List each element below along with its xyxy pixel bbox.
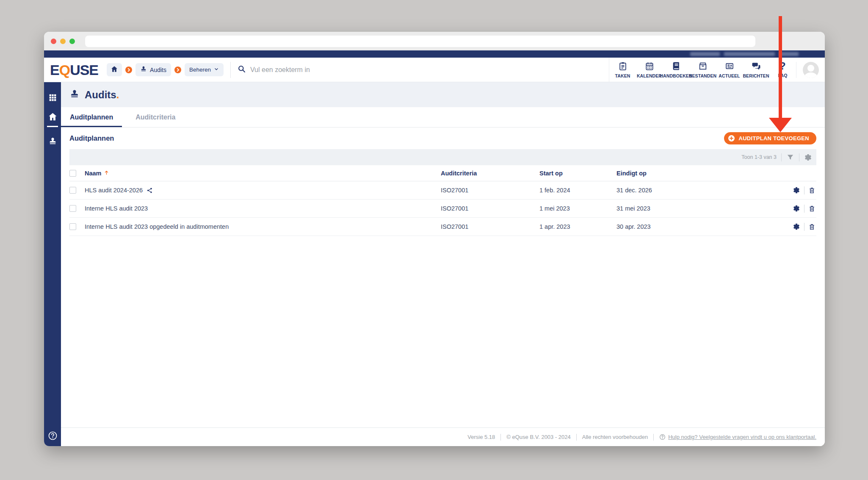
breadcrumb-audits-label: Audits bbox=[150, 67, 166, 73]
auditplannen-table: Naam Auditcriteria Start op Eindigt op bbox=[69, 165, 816, 236]
table-row[interactable]: Interne HLS audit 2023 opgedeeld in audi… bbox=[69, 218, 816, 236]
top-user-strip bbox=[44, 50, 825, 58]
equse-logo[interactable]: EQUSE bbox=[50, 63, 98, 77]
auditplan-name[interactable]: HLS audit 2024-2026 bbox=[85, 187, 143, 194]
left-sidebar bbox=[44, 82, 61, 446]
sidebar-active-indicator bbox=[47, 126, 58, 127]
divider bbox=[781, 153, 782, 161]
app-footer: Versie 5.18 © eQuse B.V. 2003 - 2024 All… bbox=[61, 427, 825, 446]
home-icon[interactable] bbox=[44, 112, 61, 122]
search-input[interactable] bbox=[250, 66, 432, 74]
stamp-icon bbox=[140, 66, 147, 74]
page-title: Audits. bbox=[85, 89, 119, 101]
nav-item-faq[interactable]: ? FAQ bbox=[769, 58, 796, 82]
column-header-eindigt-op[interactable]: Eindigt op bbox=[616, 170, 776, 177]
nav-item-berichten[interactable]: BERICHTEN bbox=[743, 58, 769, 82]
nav-label: BERICHTEN bbox=[743, 73, 769, 78]
global-search bbox=[238, 65, 458, 75]
gear-icon[interactable] bbox=[804, 153, 812, 161]
plus-circle-icon bbox=[728, 135, 735, 142]
nav-label: KALENDER bbox=[637, 73, 662, 78]
home-icon bbox=[111, 65, 118, 74]
breadcrumb-audits[interactable]: Audits bbox=[135, 63, 171, 76]
trash-icon[interactable] bbox=[808, 187, 815, 194]
minimize-window-button[interactable] bbox=[60, 39, 66, 44]
breadcrumb: Audits Beheren bbox=[107, 63, 224, 76]
nav-item-bestanden[interactable]: BESTANDEN bbox=[689, 58, 716, 82]
annotation-arrow bbox=[779, 16, 782, 119]
end-date: 31 dec. 2026 bbox=[616, 187, 776, 194]
table-row[interactable]: HLS audit 2024-2026 ISO27001 1 feb. 2024… bbox=[69, 181, 816, 200]
row-checkbox[interactable] bbox=[69, 187, 76, 194]
nav-item-kalender[interactable]: KALENDER bbox=[636, 58, 663, 82]
gear-icon[interactable] bbox=[793, 186, 800, 194]
gear-icon[interactable] bbox=[793, 205, 800, 212]
footer-help-link[interactable]: Hulp nodig? Veelgestelde vragen vindt u … bbox=[659, 434, 816, 440]
logo-suffix: USE bbox=[70, 62, 98, 78]
browser-window: EQUSE Audits bbox=[44, 32, 825, 446]
table-row[interactable]: Interne HLS audit 2023 ISO27001 1 mei 20… bbox=[69, 200, 816, 218]
close-window-button[interactable] bbox=[51, 39, 56, 44]
breadcrumb-beheren-label: Beheren bbox=[189, 67, 211, 73]
help-circle-icon[interactable] bbox=[44, 431, 61, 441]
trash-icon[interactable] bbox=[808, 205, 815, 212]
divider bbox=[804, 205, 804, 213]
auditplan-name[interactable]: Interne HLS audit 2023 opgedeeld in audi… bbox=[85, 223, 229, 230]
apps-grid-icon[interactable] bbox=[44, 93, 61, 102]
window-controls bbox=[51, 39, 75, 44]
auditplan-name[interactable]: Interne HLS audit 2023 bbox=[85, 205, 148, 212]
nav-label: BESTANDEN bbox=[689, 73, 716, 78]
section-toolbar: Auditplannen AUDITPLAN TOEVOEGEN bbox=[61, 128, 825, 149]
result-count: Toon 1-3 van 3 bbox=[741, 154, 777, 160]
divider bbox=[799, 153, 799, 161]
trash-icon[interactable] bbox=[808, 223, 815, 230]
funnel-icon[interactable] bbox=[786, 153, 794, 161]
add-auditplan-button[interactable]: AUDITPLAN TOEVOEGEN bbox=[724, 132, 816, 144]
tab-bar: Auditplannen Auditcriteria bbox=[61, 107, 825, 128]
auditcriteria-value: ISO27001 bbox=[441, 187, 539, 194]
chevron-right-icon bbox=[174, 67, 181, 73]
gear-icon[interactable] bbox=[793, 223, 800, 230]
divider bbox=[653, 434, 654, 441]
tab-auditplannen[interactable]: Auditplannen bbox=[61, 107, 122, 127]
chat-bubbles-icon bbox=[752, 61, 761, 72]
divider bbox=[500, 434, 501, 441]
auditcriteria-value: ISO27001 bbox=[441, 205, 539, 212]
tab-auditcriteria[interactable]: Auditcriteria bbox=[122, 107, 189, 127]
nav-label: TAKEN bbox=[615, 73, 630, 78]
app-header: EQUSE Audits bbox=[44, 58, 825, 82]
nav-item-handboeken[interactable]: HANDBOEKEN bbox=[663, 58, 689, 82]
breadcrumb-home[interactable] bbox=[107, 63, 122, 76]
stamp-icon[interactable] bbox=[44, 137, 61, 146]
screenshot-stage: EQUSE Audits bbox=[0, 0, 868, 480]
share-icon bbox=[147, 187, 153, 194]
maximize-window-button[interactable] bbox=[69, 39, 75, 44]
column-header-auditcriteria[interactable]: Auditcriteria bbox=[441, 170, 539, 177]
address-bar[interactable] bbox=[85, 36, 755, 47]
select-all-checkbox[interactable] bbox=[69, 170, 76, 177]
annotation-arrow-head bbox=[769, 118, 792, 132]
column-header-start-op[interactable]: Start op bbox=[539, 170, 616, 177]
archive-box-icon bbox=[698, 61, 708, 72]
table-filter-bar: Toon 1-3 van 3 bbox=[69, 149, 816, 165]
row-checkbox[interactable] bbox=[69, 223, 76, 230]
calendar-icon bbox=[645, 61, 654, 72]
content-spacer bbox=[61, 236, 825, 427]
end-date: 31 mei 2023 bbox=[616, 205, 776, 212]
row-checkbox[interactable] bbox=[69, 205, 76, 212]
avatar-person-icon bbox=[807, 65, 814, 72]
footer-copyright: © eQuse B.V. 2003 - 2024 bbox=[506, 434, 570, 440]
main-content: Audits. Auditplannen Auditcriteria Audit… bbox=[61, 82, 825, 446]
nav-label: ACTUEEL bbox=[719, 73, 740, 78]
start-date: 1 apr. 2023 bbox=[539, 223, 616, 230]
user-avatar[interactable] bbox=[803, 62, 819, 78]
clipboard-icon bbox=[618, 61, 628, 72]
start-date: 1 mei 2023 bbox=[539, 205, 616, 212]
nav-item-taken[interactable]: TAKEN bbox=[609, 58, 636, 82]
table-header-row: Naam Auditcriteria Start op Eindigt op bbox=[69, 165, 816, 181]
column-header-naam[interactable]: Naam bbox=[85, 170, 441, 177]
browser-chrome bbox=[44, 32, 825, 50]
nav-item-actueel[interactable]: ACTUEEL bbox=[716, 58, 743, 82]
breadcrumb-beheren-dropdown[interactable]: Beheren bbox=[185, 63, 224, 76]
redacted-user-text bbox=[690, 52, 799, 56]
